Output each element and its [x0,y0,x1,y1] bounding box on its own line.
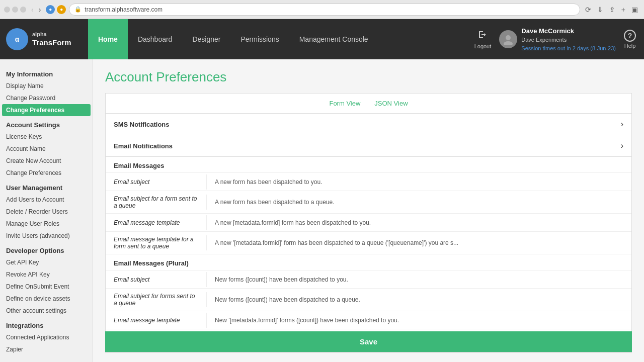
table-row: Email subject for a form sent to a queue… [106,191,631,214]
sidebar-item-zapier[interactable]: Zapier [0,343,93,355]
logo-transform: TransForm [32,38,71,48]
sidebar-item-add-users[interactable]: Add Users to Account [0,194,93,206]
sidebar-item-get-api-key[interactable]: Get API Key [0,256,93,268]
preferences-table: SMS Notifications › Email Notifications … [105,113,632,353]
extension-icon-2[interactable]: ● [57,5,66,14]
address-bar[interactable]: 🔒 transform.alphasoftware.com [69,4,580,16]
sidebar-item-change-preferences[interactable]: Change Preferences [2,104,91,116]
avatar [499,30,517,48]
sidebar-item-connected-applications[interactable]: Connected Applications [0,331,93,343]
logout-icon [477,30,488,42]
sidebar-section-account-settings: Account Settings [0,116,93,131]
sms-chevron-icon: › [621,120,623,129]
browser-chrome: ‹ › ● ● 🔒 transform.alphasoftware.com ⟳ … [0,0,644,19]
browser-nav-buttons[interactable]: ‹ › [29,5,43,15]
forward-button[interactable]: › [37,5,43,15]
tab-form-view[interactable]: Form View [327,99,362,108]
user-account: Dave Experiments [521,36,616,44]
email-message-template-plural-label: Email message template [106,313,206,328]
email-notifications-title: Email Notifications [114,142,173,150]
user-area: Dave McCormick Dave Experiments Session … [499,26,616,53]
email-message-template-queue-value: A new '[metadata.formid]' form has been … [206,235,631,250]
table-row: Email subject A new form has been dispat… [106,173,631,191]
email-messages-subtitle: Email Messages [106,157,631,173]
help-icon: ? [624,30,636,42]
logo-text: alpha TransForm [32,31,71,48]
svg-point-2 [506,35,511,40]
user-name: Dave McCormick [521,26,616,36]
email-subject-queue-plural-value: New forms ([count]) have been dispatched… [206,292,631,307]
email-subject-plural-value: New forms ([count]) have been dispatched… [206,272,631,287]
nav-management-console[interactable]: Management Console [289,19,378,59]
nav-home[interactable]: Home [88,19,128,59]
email-notifications-header[interactable]: Email Notifications › [106,135,631,157]
help-label: Help [624,43,636,49]
table-row: Email subject New forms ([count]) have b… [106,270,631,289]
email-subject-value: A new form has been dispatched to you. [206,174,631,190]
sidebar-item-define-onsubmit-event[interactable]: Define OnSubmit Event [0,281,93,293]
email-subject-queue-label: Email subject for a form sent to a queue [106,191,206,213]
sidebar-item-delete-reorder-users[interactable]: Delete / Reorder Users [0,206,93,218]
nav-dashboard[interactable]: Dashboard [128,19,183,59]
sidebar-item-revoke-api-key[interactable]: Revoke API Key [0,268,93,281]
sms-notifications-title: SMS Notifications [114,121,170,128]
email-message-template-plural-value: New '[metadata.formid]' forms ([count]) … [206,313,631,328]
sidebar-item-invite-users[interactable]: Invite Users (advanced) [0,230,93,242]
download-button[interactable]: ⇓ [595,5,605,15]
new-tab-button[interactable]: + [619,5,627,15]
svg-point-3 [504,41,513,45]
sidebar-section-my-information: My Information [0,65,93,80]
session-timeout: Session times out in 2 days (8-Jun-23) [521,44,616,53]
email-subject-plural-label: Email subject [106,272,206,287]
sidebar: My Information Display Name Change Passw… [0,59,93,362]
header-right: Logout Dave McCormick Dave Experiments S… [466,19,644,59]
email-message-template-queue-label: Email message template for a form sent t… [106,232,206,254]
email-subject-queue-plural-label: Email subject for forms sent to a queue [106,289,206,311]
save-button-label: Save [360,337,377,346]
nav-designer[interactable]: Designer [182,19,230,59]
view-tabs: Form View JSON View [105,93,632,113]
logo-area[interactable]: α alpha TransForm [0,19,88,59]
browser-action-buttons[interactable]: ⟳ ⇓ ⇪ + ▣ [583,5,640,15]
window-close-dot [4,7,10,13]
sms-notifications-section[interactable]: SMS Notifications › [106,114,631,135]
sidebar-section-developer-options: Developer Options [0,242,93,256]
sidebar-item-define-device-assets[interactable]: Define on device assets [0,293,93,305]
email-notifications-section: Email Notifications › Email Messages Ema… [106,135,631,352]
nav-permissions[interactable]: Permissions [230,19,289,59]
sidebar-item-change-password[interactable]: Change Password [0,92,93,104]
app-header: α alpha TransForm Home Dashboard Designe… [0,19,644,59]
table-row: Email message template New '[metadata.fo… [106,311,631,329]
window-maximize-dot [20,7,26,13]
sidebar-item-license-keys[interactable]: License Keys [0,131,93,143]
table-row: Email subject for forms sent to a queue … [106,289,631,311]
window-minimize-dot [12,7,18,13]
sidebar-item-display-name[interactable]: Display Name [0,80,93,92]
url-text: transform.alphasoftware.com [85,6,163,13]
sidebar-item-manage-user-roles[interactable]: Manage User Roles [0,218,93,230]
browser-extension-icons: ● ● [46,5,66,14]
user-info: Dave McCormick Dave Experiments Session … [521,26,616,53]
email-message-template-label: Email message template [106,215,206,230]
help-area[interactable]: ? Help [624,30,636,49]
extension-icon-1[interactable]: ● [46,5,55,14]
email-subject-queue-value: A new form has been dispatched to a queu… [206,195,631,210]
sidebar-item-create-new-account[interactable]: Create New Account [0,155,93,167]
table-row: Email message template for a form sent t… [106,232,631,254]
sidebar-section-integrations: Integrations [0,317,93,331]
sidebar-item-other-account-settings[interactable]: Other account settings [0,305,93,317]
tabs-button[interactable]: ▣ [629,5,640,15]
back-button[interactable]: ‹ [29,5,36,15]
refresh-button[interactable]: ⟳ [583,5,593,15]
sidebar-item-account-name[interactable]: Account Name [0,143,93,155]
logout-area[interactable]: Logout [474,30,492,49]
logo-circle: α [6,28,28,50]
table-row: Email message template A new [metadata.f… [106,214,631,232]
content-area: Account Preferences Form View JSON View … [93,59,644,362]
email-chevron-icon: › [621,141,623,150]
logout-label: Logout [474,43,492,49]
tab-json-view[interactable]: JSON View [372,99,410,108]
sidebar-item-change-preferences-account[interactable]: Change Preferences [0,167,93,179]
share-button[interactable]: ⇪ [607,5,617,15]
save-bar[interactable]: Save [105,331,632,352]
